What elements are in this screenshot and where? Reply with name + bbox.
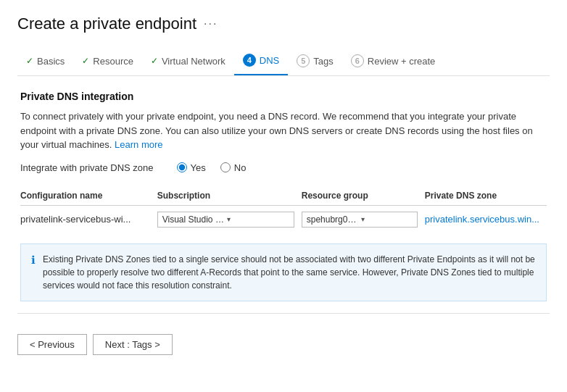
footer: < Previous Next : Tags > xyxy=(0,325,567,370)
step-tags-num: 5 xyxy=(297,54,310,67)
divider xyxy=(17,313,550,314)
config-name-cell: privatelink-servicebus-wi... xyxy=(20,205,157,233)
wizard-steps: ✓ Basics ✓ Resource ✓ Virtual Network 4 … xyxy=(17,46,550,76)
radio-no-input[interactable] xyxy=(220,162,231,172)
info-box: ℹ Existing Private DNS Zones tied to a s… xyxy=(20,243,547,301)
radio-no-label: No xyxy=(234,162,247,173)
resource-group-value: spehubrg0826 xyxy=(307,214,358,225)
next-button[interactable]: Next : Tags > xyxy=(93,334,173,355)
step-resource[interactable]: ✓ Resource xyxy=(73,49,142,74)
col-rg-header: Resource group xyxy=(302,186,425,206)
section-title: Private DNS integration xyxy=(20,91,547,102)
step-basics[interactable]: ✓ Basics xyxy=(17,49,73,74)
info-icon: ℹ xyxy=(31,254,36,292)
radio-no-option[interactable]: No xyxy=(220,162,247,173)
step-virtual-network-label: Virtual Network xyxy=(162,56,225,67)
check-icon: ✓ xyxy=(82,56,89,66)
radio-yes-input[interactable] xyxy=(177,162,187,172)
step-review-label: Review + create xyxy=(368,56,436,67)
subscription-select[interactable]: Visual Studio Enterpr... ▾ xyxy=(157,212,294,228)
step-review[interactable]: 6 Review + create xyxy=(342,47,444,75)
dns-table: Configuration name Subscription Resource… xyxy=(20,186,547,233)
step-dns-label: DNS xyxy=(260,55,279,66)
subscription-value: Visual Studio Enterpr... xyxy=(162,214,225,225)
previous-button[interactable]: < Previous xyxy=(17,334,87,355)
radio-yes-label: Yes xyxy=(191,162,206,173)
description-text: To connect privately with your private e… xyxy=(20,109,547,152)
description-part1: To connect privately with your private e… xyxy=(20,111,533,150)
step-tags-label: Tags xyxy=(313,56,333,67)
check-icon: ✓ xyxy=(26,56,33,66)
step-basics-label: Basics xyxy=(37,56,65,67)
dns-zone-cell: privatelink.servicebus.win... xyxy=(425,205,547,233)
learn-more-link[interactable]: Learn more xyxy=(115,139,162,150)
radio-row: Integrate with private DNS zone Yes No xyxy=(20,162,547,173)
page-title: Create a private endpoint xyxy=(17,14,196,33)
step-virtual-network[interactable]: ✓ Virtual Network xyxy=(142,49,234,74)
resource-group-cell: spehubrg0826 ▾ xyxy=(302,205,425,233)
radio-yes-option[interactable]: Yes xyxy=(177,162,206,173)
chevron-down-icon: ▾ xyxy=(361,215,413,223)
step-review-num: 6 xyxy=(351,54,364,67)
check-icon: ✓ xyxy=(151,56,158,66)
col-sub-header: Subscription xyxy=(157,186,302,206)
table-row: privatelink-servicebus-wi... Visual Stud… xyxy=(20,205,547,233)
col-config-header: Configuration name xyxy=(20,186,157,206)
step-resource-label: Resource xyxy=(93,56,133,67)
chevron-down-icon: ▾ xyxy=(227,215,289,223)
more-options-icon[interactable]: ··· xyxy=(204,17,218,30)
step-dns-num: 4 xyxy=(243,54,256,67)
info-text: Existing Private DNS Zones tied to a sin… xyxy=(43,253,536,292)
subscription-cell: Visual Studio Enterpr... ▾ xyxy=(157,205,302,233)
main-content: Private DNS integration To connect priva… xyxy=(17,91,550,301)
step-dns[interactable]: 4 DNS xyxy=(234,46,288,75)
dns-zone-value: privatelink.servicebus.win... xyxy=(425,214,539,225)
resource-group-select[interactable]: spehubrg0826 ▾ xyxy=(302,212,418,228)
radio-group-label: Integrate with private DNS zone xyxy=(20,162,154,173)
step-tags[interactable]: 5 Tags xyxy=(288,47,342,75)
col-dns-header: Private DNS zone xyxy=(425,186,547,206)
